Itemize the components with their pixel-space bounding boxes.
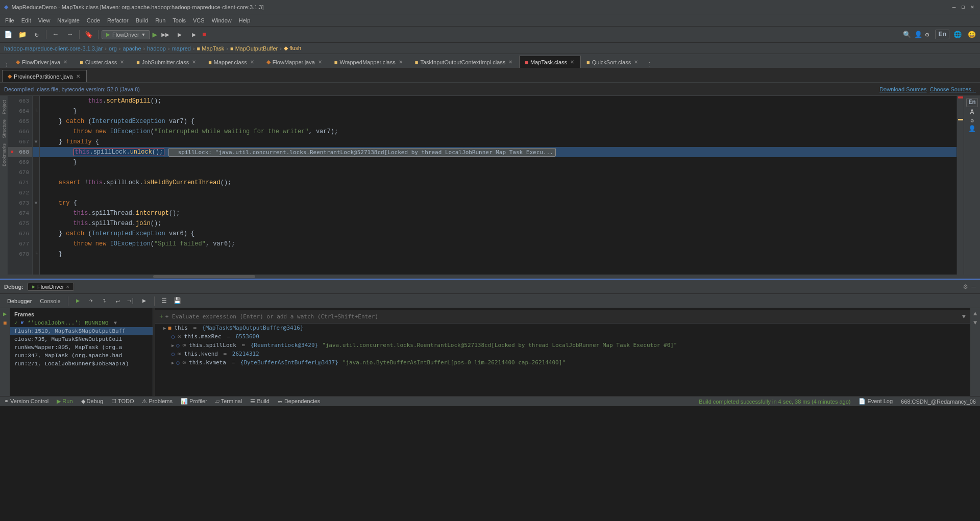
tab-close-province[interactable]: ✕ xyxy=(75,73,81,80)
frame-run[interactable]: run:347, MapTask (org.apache.had xyxy=(10,352,153,360)
frame-filter-icon[interactable]: ▼ xyxy=(114,320,117,326)
menu-navigate[interactable]: Navigate xyxy=(54,16,82,24)
tab-cluster-class[interactable]: ■ Cluster.class ✕ xyxy=(74,56,131,68)
var-kvend[interactable]: ○ ∞ this.kvend = 26214312 xyxy=(155,350,970,358)
breadcrumb-jar[interactable]: hadoop-mapreduce-client-core-3.1.3.jar xyxy=(4,45,103,52)
breadcrumb-org[interactable]: org xyxy=(109,45,117,52)
problems-btn[interactable]: ⚠ Problems xyxy=(142,398,173,405)
watch-input[interactable] xyxy=(165,313,960,320)
tab-close-flowdriver[interactable]: ✕ xyxy=(62,59,68,65)
tab-close-cluster[interactable]: ✕ xyxy=(119,59,125,65)
menu-file[interactable]: File xyxy=(2,16,17,24)
user-icon-right[interactable]: 👤 xyxy=(968,125,976,133)
coverage-button[interactable]: ▶ xyxy=(174,29,186,41)
tab-close-jobsubmitter[interactable]: ✕ xyxy=(191,59,197,65)
frame-localJobRunner[interactable]: ✓ ☛ *'LocalJobR...': RUNNING ▼ xyxy=(10,318,153,327)
search-button[interactable]: 🔍 xyxy=(903,31,911,39)
menu-refactor[interactable]: Refactor xyxy=(104,16,132,24)
menu-tools[interactable]: Tools xyxy=(169,16,189,24)
tab-flowmapper-java[interactable]: ◆ FlowMapper.java ✕ xyxy=(261,56,329,68)
back-button[interactable]: ← xyxy=(50,29,62,41)
debug-session-close[interactable]: ✕ xyxy=(66,284,69,290)
tab-close-flowmapper[interactable]: ✕ xyxy=(317,59,323,65)
menu-vcs[interactable]: VCS xyxy=(190,16,208,24)
var-kvmeta[interactable]: ▶ ○ ∞ this.kvmeta = {ByteBufferAsIntBuff… xyxy=(155,358,970,367)
step-out-button[interactable]: ↵ xyxy=(112,295,124,307)
run-status-btn[interactable]: ▶ Run xyxy=(57,398,72,405)
settings-button[interactable]: ⚙ xyxy=(925,31,929,39)
download-sources-link[interactable]: Download Sources xyxy=(879,86,926,92)
sidebar-structure[interactable]: Structure xyxy=(1,117,8,140)
tab-close-task[interactable]: ✕ xyxy=(507,59,513,65)
user-button[interactable]: 👤 xyxy=(914,31,922,39)
debug-status-btn[interactable]: ◆ Debug xyxy=(81,398,103,405)
tab-quicksort-class[interactable]: ■ QuickSort.class ✕ xyxy=(581,56,645,68)
emoji-icon[interactable]: 😀 xyxy=(966,29,978,41)
breadcrumb-maptask[interactable]: ■ MapTask xyxy=(197,45,225,52)
breadcrumb-apache[interactable]: apache xyxy=(122,45,141,52)
frame-run2[interactable]: run:271, LocalJobRunner$Job$MapTa) xyxy=(10,360,153,368)
debug-collapse-icon[interactable]: ▼ xyxy=(973,319,977,327)
settings-icon-right[interactable]: ⚙ xyxy=(970,117,974,124)
menu-run[interactable]: Run xyxy=(152,16,168,24)
tab-taskinputoutputcontextimpl-class[interactable]: ■ TaskInputOutputContextImpl.class ✕ xyxy=(409,56,520,68)
dependencies-btn[interactable]: ⚎ Dependencies xyxy=(278,398,320,405)
tab-close-mapper[interactable]: ✕ xyxy=(249,59,255,65)
kvmeta-expand-icon[interactable]: ▶ xyxy=(172,360,174,365)
menu-code[interactable]: Code xyxy=(84,16,103,24)
close-button[interactable]: ✕ xyxy=(969,4,976,11)
run-config-selector[interactable]: ▶ FlowDriver ▼ xyxy=(102,30,150,39)
tab-mapper-class[interactable]: ■ Mapper.class ✕ xyxy=(203,56,260,68)
bookmark-button[interactable]: 🔖 xyxy=(83,29,95,41)
stop-button[interactable]: ■ xyxy=(202,31,206,39)
step-over-button[interactable]: ↷ xyxy=(86,295,97,307)
debug-session-tab[interactable]: ▶ FlowDriver ✕ xyxy=(28,283,74,291)
fold-667[interactable]: ▼ xyxy=(33,137,39,147)
tab-flowdriver-java[interactable]: ◆ FlowDriver.java ✕ xyxy=(10,56,74,68)
version-control-btn[interactable]: ⚭ Version Control xyxy=(4,398,48,405)
add-watch-icon[interactable]: + xyxy=(159,313,163,320)
translate-icon[interactable]: A xyxy=(970,108,974,116)
menu-help[interactable]: Help xyxy=(236,16,254,24)
todo-btn[interactable]: ☐ TODO xyxy=(111,398,134,405)
event-log-btn[interactable]: 📄 Event Log xyxy=(859,398,893,405)
choose-sources-link[interactable]: Choose Sources... xyxy=(930,86,976,92)
watch-expand-icon[interactable]: ▼ xyxy=(962,313,966,320)
threads-button[interactable]: ☰ xyxy=(159,295,170,307)
fold-673[interactable]: ▼ xyxy=(33,198,39,208)
tab-jobsubmitter-class[interactable]: ■ JobSubmitter.class ✕ xyxy=(131,56,203,68)
project-toggle[interactable]: 〉 xyxy=(2,62,10,68)
var-this[interactable]: ▶ ■ this = {MapTask$MapOutputBuffer@3416… xyxy=(155,324,970,332)
run-button[interactable]: ▶ xyxy=(152,30,157,40)
build-button[interactable]: ▶▶ xyxy=(159,29,172,41)
debug-icon-2[interactable]: ■ xyxy=(3,320,7,327)
resume-button[interactable]: ▶ xyxy=(72,295,84,307)
forward-button[interactable]: → xyxy=(64,29,76,41)
memory-button[interactable]: 💾 xyxy=(172,295,183,307)
new-file-button[interactable]: 📄 xyxy=(2,29,14,41)
tab-maptask-class[interactable]: ■ MapTask.class ✕ xyxy=(519,56,581,68)
profiler-btn[interactable]: 📊 Profiler xyxy=(181,398,207,405)
sync-button[interactable]: ↻ xyxy=(31,29,43,41)
menu-edit[interactable]: Edit xyxy=(18,16,34,24)
translate-icon[interactable]: 🌐 xyxy=(951,29,964,41)
build-status-btn[interactable]: ☰ Build xyxy=(250,398,270,405)
minimize-button[interactable]: — xyxy=(950,4,958,11)
horizontal-scrollbar[interactable] xyxy=(0,275,980,279)
frame-flush[interactable]: flush:1510, MapTask$MapOutputBuff xyxy=(10,327,153,335)
debug-expand-icon[interactable]: ▲ xyxy=(973,310,977,317)
evaluate-button[interactable]: ▶ xyxy=(139,295,150,307)
menu-view[interactable]: View xyxy=(35,16,54,24)
more-tabs-button[interactable]: ⋮ xyxy=(647,61,652,68)
scroll-indicator[interactable] xyxy=(957,96,964,275)
frame-runnewmapper[interactable]: runNewMapper:805, MapTask (org.a xyxy=(10,343,153,352)
debug-settings-icon[interactable]: ⚙ xyxy=(963,282,967,291)
spilllock-expand-icon[interactable]: ▶ xyxy=(172,343,174,348)
resume-icon-strip[interactable]: ▶ xyxy=(3,310,7,318)
step-into-button[interactable]: ↴ xyxy=(99,295,110,307)
menu-window[interactable]: Window xyxy=(209,16,235,24)
breadcrumb-mapoutputbuffer[interactable]: ■ MapOutputBuffer xyxy=(230,45,278,52)
var-spilllock[interactable]: ▶ ○ ∞ this.spillLock = {ReentrantLock@34… xyxy=(155,341,970,350)
breadcrumb-mapred[interactable]: mapred xyxy=(172,45,191,52)
debug-minimize-icon[interactable]: — xyxy=(972,283,976,291)
